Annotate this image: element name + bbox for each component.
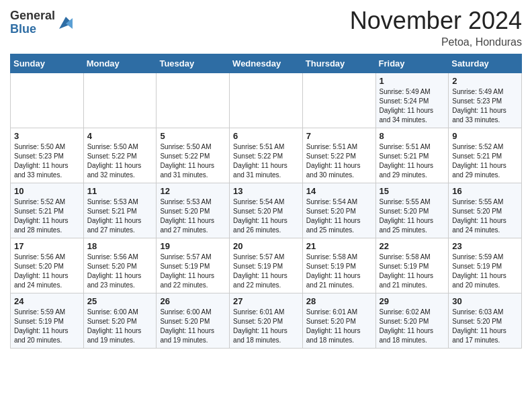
day-info: Sunrise: 5:59 AMSunset: 5:19 PMDaylight:… <box>452 253 518 290</box>
day-number: 21 <box>306 241 372 251</box>
calendar-cell: 6Sunrise: 5:51 AMSunset: 5:22 PMDaylight… <box>230 128 303 183</box>
title-area: November 2024 Petoa, Honduras <box>350 7 522 48</box>
calendar-cell: 10Sunrise: 5:52 AMSunset: 5:21 PMDayligh… <box>11 183 84 238</box>
day-info: Sunrise: 5:55 AMSunset: 5:20 PMDaylight:… <box>380 197 445 235</box>
day-number: 25 <box>87 296 153 306</box>
day-info: Sunrise: 5:53 AMSunset: 5:20 PMDaylight:… <box>160 197 226 235</box>
calendar-cell: 8Sunrise: 5:51 AMSunset: 5:21 PMDaylight… <box>375 128 449 183</box>
day-info: Sunrise: 5:49 AMSunset: 5:23 PMDaylight:… <box>452 87 518 125</box>
calendar-cell: 9Sunrise: 5:52 AMSunset: 5:21 PMDaylight… <box>449 128 522 183</box>
day-number: 17 <box>14 241 80 251</box>
day-info: Sunrise: 5:57 AMSunset: 5:19 PMDaylight:… <box>233 253 299 290</box>
day-number: 7 <box>306 131 372 141</box>
week-row-5: 24Sunrise: 5:59 AMSunset: 5:19 PMDayligh… <box>11 293 522 349</box>
day-number: 14 <box>306 186 372 196</box>
day-number: 29 <box>380 296 445 306</box>
column-header-thursday: Thursday <box>302 54 375 73</box>
calendar-table: SundayMondayTuesdayWednesdayThursdayFrid… <box>10 54 522 349</box>
logo-general: General <box>10 9 55 23</box>
day-info: Sunrise: 5:56 AMSunset: 5:20 PMDaylight:… <box>14 253 80 290</box>
day-number: 10 <box>14 186 80 196</box>
calendar-cell: 3Sunrise: 5:50 AMSunset: 5:23 PMDaylight… <box>11 128 84 183</box>
calendar-cell: 21Sunrise: 5:58 AMSunset: 5:19 PMDayligh… <box>302 238 375 293</box>
calendar-cell: 16Sunrise: 5:55 AMSunset: 5:20 PMDayligh… <box>449 183 522 238</box>
calendar-cell: 18Sunrise: 5:56 AMSunset: 5:20 PMDayligh… <box>83 238 157 293</box>
day-info: Sunrise: 5:58 AMSunset: 5:19 PMDaylight:… <box>380 253 445 290</box>
column-header-saturday: Saturday <box>449 54 522 73</box>
day-number: 28 <box>306 296 372 306</box>
logo-blue: Blue <box>10 23 55 36</box>
day-number: 13 <box>233 186 299 196</box>
column-header-tuesday: Tuesday <box>157 54 230 73</box>
day-info: Sunrise: 5:50 AMSunset: 5:23 PMDaylight:… <box>14 142 80 180</box>
calendar-cell <box>11 73 84 128</box>
week-row-3: 10Sunrise: 5:52 AMSunset: 5:21 PMDayligh… <box>11 183 522 238</box>
calendar-cell: 22Sunrise: 5:58 AMSunset: 5:19 PMDayligh… <box>375 238 449 293</box>
day-info: Sunrise: 5:51 AMSunset: 5:22 PMDaylight:… <box>306 142 372 180</box>
calendar-cell: 20Sunrise: 5:57 AMSunset: 5:19 PMDayligh… <box>230 238 303 293</box>
calendar-cell: 28Sunrise: 6:01 AMSunset: 5:20 PMDayligh… <box>302 293 375 349</box>
calendar-cell: 15Sunrise: 5:55 AMSunset: 5:20 PMDayligh… <box>375 183 449 238</box>
day-info: Sunrise: 5:57 AMSunset: 5:19 PMDaylight:… <box>160 253 226 290</box>
week-row-4: 17Sunrise: 5:56 AMSunset: 5:20 PMDayligh… <box>11 238 522 293</box>
day-number: 15 <box>380 186 445 196</box>
location-title: Petoa, Honduras <box>350 36 522 48</box>
day-number: 1 <box>380 76 445 86</box>
column-header-monday: Monday <box>83 54 157 73</box>
day-info: Sunrise: 6:00 AMSunset: 5:20 PMDaylight:… <box>160 308 226 345</box>
month-title: November 2024 <box>350 7 522 35</box>
day-number: 3 <box>14 131 80 141</box>
day-info: Sunrise: 5:54 AMSunset: 5:20 PMDaylight:… <box>233 197 299 235</box>
logo-text: General Blue <box>10 9 55 36</box>
calendar-cell: 5Sunrise: 5:50 AMSunset: 5:22 PMDaylight… <box>157 128 230 183</box>
header: General Blue November 2024 Petoa, Hondur… <box>10 7 522 48</box>
calendar-cell: 12Sunrise: 5:53 AMSunset: 5:20 PMDayligh… <box>157 183 230 238</box>
day-info: Sunrise: 6:00 AMSunset: 5:20 PMDaylight:… <box>87 308 153 345</box>
day-info: Sunrise: 5:49 AMSunset: 5:24 PMDaylight:… <box>380 87 445 125</box>
calendar-cell: 27Sunrise: 6:01 AMSunset: 5:20 PMDayligh… <box>230 293 303 349</box>
day-info: Sunrise: 5:53 AMSunset: 5:21 PMDaylight:… <box>87 197 153 235</box>
calendar-cell: 13Sunrise: 5:54 AMSunset: 5:20 PMDayligh… <box>230 183 303 238</box>
day-number: 6 <box>233 131 299 141</box>
calendar-cell: 25Sunrise: 6:00 AMSunset: 5:20 PMDayligh… <box>83 293 157 349</box>
day-info: Sunrise: 6:03 AMSunset: 5:20 PMDaylight:… <box>452 308 518 345</box>
calendar-cell: 30Sunrise: 6:03 AMSunset: 5:20 PMDayligh… <box>449 293 522 349</box>
calendar-cell <box>157 73 230 128</box>
day-number: 30 <box>452 296 518 306</box>
calendar-cell: 1Sunrise: 5:49 AMSunset: 5:24 PMDaylight… <box>375 73 449 128</box>
day-info: Sunrise: 6:02 AMSunset: 5:20 PMDaylight:… <box>380 308 445 345</box>
day-info: Sunrise: 6:01 AMSunset: 5:20 PMDaylight:… <box>306 308 372 345</box>
day-info: Sunrise: 5:52 AMSunset: 5:21 PMDaylight:… <box>452 142 518 180</box>
calendar-cell <box>302 73 375 128</box>
week-row-2: 3Sunrise: 5:50 AMSunset: 5:23 PMDaylight… <box>11 128 522 183</box>
calendar-cell: 17Sunrise: 5:56 AMSunset: 5:20 PMDayligh… <box>11 238 84 293</box>
calendar-cell: 19Sunrise: 5:57 AMSunset: 5:19 PMDayligh… <box>157 238 230 293</box>
day-number: 27 <box>233 296 299 306</box>
calendar-cell: 29Sunrise: 6:02 AMSunset: 5:20 PMDayligh… <box>375 293 449 349</box>
day-number: 2 <box>452 76 518 86</box>
calendar-header-row: SundayMondayTuesdayWednesdayThursdayFrid… <box>11 54 522 73</box>
calendar-cell: 24Sunrise: 5:59 AMSunset: 5:19 PMDayligh… <box>11 293 84 349</box>
day-number: 22 <box>380 241 445 251</box>
day-info: Sunrise: 5:50 AMSunset: 5:22 PMDaylight:… <box>160 142 226 180</box>
calendar-page: General Blue November 2024 Petoa, Hondur… <box>0 0 532 359</box>
calendar-cell: 7Sunrise: 5:51 AMSunset: 5:22 PMDaylight… <box>302 128 375 183</box>
day-number: 9 <box>452 131 518 141</box>
day-info: Sunrise: 5:50 AMSunset: 5:22 PMDaylight:… <box>87 142 153 180</box>
day-info: Sunrise: 5:56 AMSunset: 5:20 PMDaylight:… <box>87 253 153 290</box>
logo-area: General Blue <box>10 9 75 36</box>
calendar-cell: 23Sunrise: 5:59 AMSunset: 5:19 PMDayligh… <box>449 238 522 293</box>
day-info: Sunrise: 5:54 AMSunset: 5:20 PMDaylight:… <box>306 197 372 235</box>
day-info: Sunrise: 6:01 AMSunset: 5:20 PMDaylight:… <box>233 308 299 345</box>
day-info: Sunrise: 5:59 AMSunset: 5:19 PMDaylight:… <box>14 308 80 345</box>
day-number: 20 <box>233 241 299 251</box>
day-number: 19 <box>160 241 226 251</box>
day-number: 26 <box>160 296 226 306</box>
day-info: Sunrise: 5:58 AMSunset: 5:19 PMDaylight:… <box>306 253 372 290</box>
column-header-friday: Friday <box>375 54 449 73</box>
day-info: Sunrise: 5:51 AMSunset: 5:22 PMDaylight:… <box>233 142 299 180</box>
calendar-cell <box>83 73 157 128</box>
day-number: 12 <box>160 186 226 196</box>
day-number: 24 <box>14 296 80 306</box>
week-row-1: 1Sunrise: 5:49 AMSunset: 5:24 PMDaylight… <box>11 73 522 128</box>
